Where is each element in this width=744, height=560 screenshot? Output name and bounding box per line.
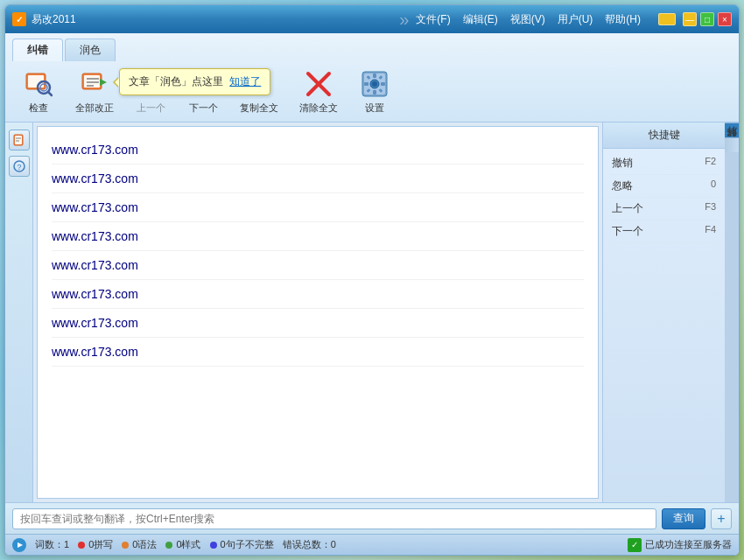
shortcut-action: 忽略	[612, 178, 633, 193]
text-line: www.cr173.com	[52, 222, 584, 251]
shortcut-row: 撤销F2	[610, 152, 718, 175]
menu-help[interactable]: 帮助(H)	[605, 12, 641, 27]
fix-all-label: 全部改正	[75, 102, 114, 115]
server-icon: ✓	[628, 538, 642, 552]
tooltip-link[interactable]: 知道了	[229, 75, 261, 88]
text-line: www.cr173.com	[52, 338, 584, 367]
style-status: 0样式	[165, 538, 200, 551]
copy-label: 复制全文	[240, 102, 278, 115]
spell-status: 0拼写	[78, 538, 113, 551]
right-panel: 快捷键 撤销F2忽略0上一个F3下一个F4	[602, 122, 725, 502]
shortcut-key: F2	[705, 156, 716, 171]
menu-bar: 文件(F) 编辑(E) 视图(V) 用户(U) 帮助(H)	[416, 12, 641, 27]
prev-label: 上一个	[137, 102, 165, 115]
shortcut-action: 上一个	[612, 201, 643, 216]
right-tab-explain[interactable]: 解释	[725, 137, 739, 152]
shortcut-content: 撤销F2忽略0上一个F3下一个F4	[603, 149, 725, 502]
window-controls: — □ ×	[683, 12, 732, 26]
menu-view[interactable]: 视图(V)	[510, 12, 545, 27]
settings-icon	[359, 68, 390, 100]
grammar-status: 0语法	[122, 538, 157, 551]
toolbar-area: 纠错 润色 检查	[5, 33, 739, 122]
grammar-dot	[122, 542, 129, 549]
word-count: 词数：1	[35, 538, 69, 551]
shortcut-row: 下一个F4	[610, 220, 718, 243]
divider: »	[399, 10, 409, 30]
content-area: ? www.cr173.comwww.cr173.comwww.cr173.co…	[5, 122, 739, 502]
sentence-dot	[210, 542, 217, 549]
menu-user[interactable]: 用户(U)	[558, 12, 593, 27]
nav-btn-1[interactable]	[9, 130, 30, 150]
nav-btn-2[interactable]: ?	[9, 156, 30, 177]
text-area[interactable]: www.cr173.comwww.cr173.comwww.cr173.comw…	[37, 126, 599, 499]
error-total: 错误总数：0	[283, 538, 336, 551]
menu-file[interactable]: 文件(F)	[416, 12, 450, 27]
maximize-button[interactable]: □	[700, 12, 714, 26]
add-button[interactable]: +	[711, 508, 732, 529]
search-input[interactable]	[12, 508, 656, 529]
check-label: 检查	[29, 102, 48, 115]
settings-label: 设置	[365, 102, 384, 115]
text-line: www.cr173.com	[52, 280, 584, 309]
svg-rect-27	[373, 74, 376, 78]
svg-rect-29	[364, 82, 368, 86]
check-button[interactable]: 检查	[14, 65, 63, 118]
svg-line-3	[48, 92, 52, 95]
server-status: ✓ 已成功连接至服务器	[628, 538, 732, 552]
sentence-status: 0句子不完整	[210, 538, 274, 551]
settings-button[interactable]: 设置	[350, 65, 399, 118]
text-line: www.cr173.com	[52, 251, 584, 280]
next-label: 下一个	[189, 102, 218, 115]
title-bar: ✓ 易改2011 » 文件(F) 编辑(E) 视图(V) 用户(U) 帮助(H)…	[5, 5, 739, 33]
tooltip-balloon: 文章「润色」点这里 知道了	[119, 68, 270, 95]
text-line: www.cr173.com	[52, 309, 584, 338]
main-window: ✓ 易改2011 » 文件(F) 编辑(E) 视图(V) 用户(U) 帮助(H)…	[4, 4, 740, 556]
shortcut-action: 下一个	[612, 224, 643, 239]
shortcut-key: 0	[711, 178, 716, 193]
server-label: 已成功连接至服务器	[645, 538, 732, 551]
text-area-wrapper: www.cr173.comwww.cr173.comwww.cr173.comw…	[33, 122, 602, 502]
toolbar: 检查 全部改正	[5, 61, 739, 122]
text-line: www.cr173.com	[52, 164, 584, 193]
shortcut-action: 撤销	[612, 156, 633, 171]
svg-rect-37	[15, 136, 22, 144]
svg-rect-30	[381, 82, 385, 86]
left-nav: ?	[5, 122, 33, 502]
right-tabs: 改正 解释	[725, 122, 739, 502]
status-bar: 词数：1 0拼写 0语法 0样式 0句子不完整 错误总数：0 ✓ 已成功连接至服…	[5, 534, 739, 555]
status-indicator	[658, 13, 676, 25]
minimize-button[interactable]: —	[683, 12, 697, 26]
clear-label: 清除全文	[299, 102, 338, 115]
clear-icon	[303, 68, 334, 100]
tab-bar: 纠错 润色	[5, 33, 739, 61]
text-line: www.cr173.com	[52, 136, 584, 164]
app-icon: ✓	[12, 12, 26, 26]
tab-runse[interactable]: 润色	[65, 38, 116, 61]
app-title: 易改2011	[32, 12, 392, 27]
play-button[interactable]	[12, 538, 26, 552]
clear-button[interactable]: 清除全文	[291, 65, 347, 118]
search-button[interactable]: 查询	[662, 508, 705, 529]
svg-text:?: ?	[17, 163, 21, 172]
shortcut-row: 忽略0	[610, 175, 718, 198]
close-button[interactable]: ×	[718, 12, 732, 26]
fix-all-icon	[79, 68, 110, 100]
shortcut-row: 上一个F3	[610, 198, 718, 220]
style-dot	[165, 542, 172, 549]
spell-dot	[78, 542, 85, 549]
shortcut-key: F3	[705, 201, 716, 216]
svg-point-35	[372, 81, 377, 87]
svg-rect-28	[373, 90, 376, 94]
text-line: www.cr173.com	[52, 193, 584, 222]
shortcut-key: F4	[705, 224, 716, 239]
search-bar: 查询 +	[5, 502, 739, 534]
fix-all-button[interactable]: 全部改正	[67, 65, 123, 118]
tooltip-text: 文章「润色」点这里	[129, 75, 223, 88]
svg-marker-10	[100, 79, 107, 86]
tab-jiucuo[interactable]: 纠错	[12, 38, 63, 61]
shortcut-header: 快捷键	[603, 122, 725, 149]
right-tab-correct[interactable]: 改正	[725, 122, 739, 137]
check-icon	[23, 68, 54, 100]
menu-edit[interactable]: 编辑(E)	[463, 12, 498, 27]
